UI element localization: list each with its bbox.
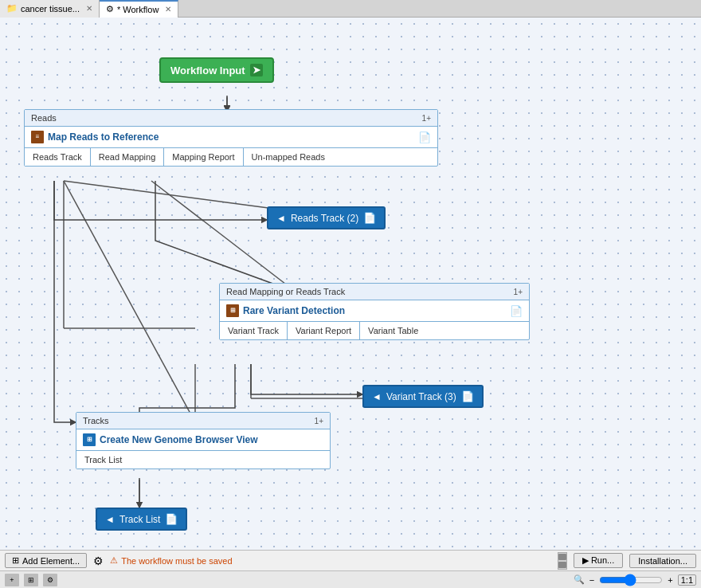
svg-line-5 [64, 181, 195, 422]
track-list-output-label: Track List [119, 514, 161, 525]
reads-track-left-arrow: ◄ [276, 213, 286, 224]
variant-track-left-arrow: ◄ [372, 391, 382, 402]
add-element-icon: ⊞ [12, 555, 19, 566]
rare-variant-output-variant-table: Variant Table [360, 322, 426, 339]
reads-track-output-node[interactable]: ◄ Reads Track (2) 📄 [267, 206, 386, 229]
workflow-input-node[interactable]: Workflow Input ➤ [159, 57, 274, 83]
add-element-button[interactable]: ⊞ Add Element... [5, 553, 87, 568]
genome-browser-output-track-list: Track List [76, 451, 130, 468]
map-reads-title: ≡ Map Reads to Reference 📄 [25, 127, 437, 148]
tb-icon-grid[interactable]: ⊞ [24, 574, 38, 586]
map-reads-outputs: Reads Track Read Mapping Mapping Report … [25, 148, 437, 166]
scroll-indicator[interactable] [558, 552, 567, 570]
map-reads-output-unmapped-reads: Un-mapped Reads [244, 148, 333, 166]
track-list-left-arrow: ◄ [105, 514, 115, 525]
workflow-canvas: Workflow Input ➤ Reads 1+ ≡ Map Reads to… [0, 18, 701, 550]
genome-browser-tool-icon: ⊞ [83, 433, 96, 446]
zoom-plus[interactable]: + [665, 575, 675, 585]
status-message: ⚠ The workflow must be saved [110, 555, 232, 566]
genome-browser-outputs: Track List [76, 451, 330, 468]
genome-browser-header: Tracks 1+ [76, 413, 330, 429]
tab-bar: 📁 cancer tissue... ✕ ⚙ * Workflow ✕ [0, 0, 701, 18]
tab-cancer-icon: 📁 [6, 3, 18, 14]
bottom-toolbar: + ⊞ ⚙ 🔍 − + 1:1 [0, 570, 701, 588]
genome-browser-node[interactable]: Tracks 1+ ⊞ Create New Genome Browser Vi… [76, 412, 331, 469]
variant-track-output-label: Variant Track (3) [386, 391, 456, 402]
tab-cancer[interactable]: 📁 cancer tissue... ✕ [0, 0, 100, 18]
tab-workflow[interactable]: ⚙ * Workflow ✕ [100, 0, 178, 18]
map-reads-output-mapping-report: Mapping Report [164, 148, 243, 166]
zoom-minus[interactable]: − [587, 575, 597, 585]
svg-line-4 [151, 181, 303, 297]
run-icon: ▶ [582, 555, 591, 565]
map-reads-node[interactable]: Reads 1+ ≡ Map Reads to Reference 📄 Read… [24, 109, 438, 167]
zoom-slider[interactable] [599, 574, 663, 586]
zoom-icon: 🔍 [574, 574, 585, 585]
tab-workflow-icon: ⚙ [106, 4, 114, 14]
tab-workflow-label: * Workflow [117, 5, 159, 14]
map-reads-output-reads-track: Reads Track [25, 148, 91, 166]
tb-icon-settings[interactable]: ⚙ [43, 574, 57, 586]
rare-variant-output-variant-report: Variant Report [288, 322, 360, 339]
rare-variant-doc-icon[interactable]: 📄 [510, 305, 523, 317]
variant-track-doc-icon: 📄 [461, 390, 474, 402]
zoom-fit[interactable]: 1:1 [678, 574, 696, 586]
rare-variant-node[interactable]: Read Mapping or Reads Track 1+ ⊞ Rare Va… [219, 283, 530, 340]
reads-track-output-label: Reads Track (2) [291, 213, 358, 224]
workflow-input-label: Workflow Input [170, 65, 245, 76]
rare-variant-header: Read Mapping or Reads Track 1+ [220, 284, 529, 300]
status-bar: ⊞ Add Element... ⚙ ⚠ The workflow must b… [0, 550, 701, 570]
add-element-label: Add Element... [22, 556, 80, 566]
tb-icon-add[interactable]: + [5, 574, 19, 586]
track-list-output-node[interactable]: ◄ Track List 📄 [96, 508, 187, 531]
rare-variant-output-variant-track: Variant Track [220, 322, 288, 339]
rare-variant-tool-icon: ⊞ [226, 304, 239, 317]
warning-icon: ⚠ [110, 555, 118, 566]
run-button[interactable]: ▶ Run... [574, 553, 623, 568]
variant-track-output-node[interactable]: ◄ Variant Track (3) 📄 [362, 385, 484, 408]
tab-workflow-close[interactable]: ✕ [165, 5, 171, 14]
map-reads-tool-icon: ≡ [31, 131, 44, 143]
zoom-bar: 🔍 − + 1:1 [574, 574, 696, 586]
map-reads-doc-icon[interactable]: 📄 [418, 131, 431, 143]
rare-variant-title: ⊞ Rare Variant Detection 📄 [220, 300, 529, 322]
installation-button[interactable]: Installation... [629, 554, 696, 568]
workflow-icon-small: ⚙ [93, 555, 104, 567]
reads-track-doc-icon: 📄 [363, 212, 376, 224]
track-list-doc-icon: 📄 [165, 513, 178, 525]
map-reads-header: Reads 1+ [25, 110, 437, 127]
rare-variant-outputs: Variant Track Variant Report Variant Tab… [220, 322, 529, 339]
genome-browser-title: ⊞ Create New Genome Browser View [76, 429, 330, 451]
map-reads-output-read-mapping: Read Mapping [91, 148, 165, 166]
workflow-input-arrow-icon: ➤ [250, 64, 263, 76]
tab-cancer-close[interactable]: ✕ [86, 4, 92, 13]
tab-cancer-label: cancer tissue... [21, 4, 80, 14]
